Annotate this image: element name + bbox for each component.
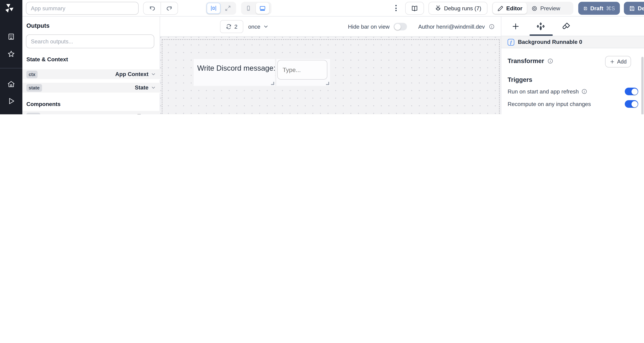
text-component[interactable]: Write Discord message: xyxy=(194,59,275,86)
debug-runs-label: Debug runs (7) xyxy=(444,5,481,12)
refresh-mode-dropdown[interactable]: once xyxy=(248,20,269,33)
expand-canvas-icon[interactable] xyxy=(222,3,234,14)
runnable-inspector-panel: f Background Runnable 0 Transformer Add … xyxy=(501,16,644,114)
recompute-row: Recompute on any input changes xyxy=(508,100,638,108)
refresh-icon xyxy=(226,24,232,30)
resize-handle[interactable] xyxy=(271,82,274,85)
tab-preview[interactable]: Preview xyxy=(527,3,564,14)
inspector-selected-title: Background Runnable 0 xyxy=(518,39,582,45)
recompute-label: Recompute on any input changes xyxy=(508,101,591,107)
editor-preview-switch: Editor Preview xyxy=(492,2,573,15)
undo-redo-group xyxy=(143,2,178,15)
windmill-app-editor: $ Debug runs (7) xyxy=(0,0,644,114)
resize-handle[interactable] xyxy=(326,82,329,85)
bug-icon xyxy=(434,5,441,12)
run-on-start-label: Run on start and app refresh xyxy=(508,88,579,95)
info-icon[interactable] xyxy=(489,24,495,30)
a-badge: a xyxy=(26,112,40,114)
state-context-title: State & Context xyxy=(26,56,68,62)
variables-dollar-icon[interactable]: $ xyxy=(7,114,15,114)
runs-play-icon[interactable] xyxy=(7,97,15,105)
author-label: Author henri@windmill.dev xyxy=(418,24,485,30)
redo-button[interactable] xyxy=(160,2,178,14)
active-tab-indicator xyxy=(530,34,553,36)
info-icon[interactable] xyxy=(582,88,587,94)
chevron-down-icon xyxy=(263,24,269,30)
chevron-down-icon[interactable] xyxy=(151,114,156,114)
inspector-tabs xyxy=(501,16,644,36)
text-component-value: Write Discord message: xyxy=(197,64,276,72)
plus-icon xyxy=(610,59,615,64)
top-toolbar: Debug runs (7) Editor Preview Draft ⌘S D… xyxy=(22,0,644,16)
app-summary-input[interactable] xyxy=(26,2,139,15)
run-on-start-toggle[interactable] xyxy=(625,88,638,95)
hide-bar-label: Hide bar on view xyxy=(348,24,390,30)
refresh-count: 2 xyxy=(234,24,238,30)
hand-pointer-icon xyxy=(33,114,38,114)
deploy-label: Deploy xyxy=(638,5,644,12)
refresh-count-button[interactable]: 2 xyxy=(220,20,243,33)
chevron-down-icon[interactable] xyxy=(151,85,156,90)
device-toggle-group xyxy=(241,2,272,15)
ctx-type-label: App Context xyxy=(115,71,148,77)
discord-message-input[interactable] xyxy=(277,60,327,80)
debug-runs-button[interactable]: Debug runs (7) xyxy=(428,2,488,15)
output-row-state[interactable]: state State xyxy=(22,83,160,94)
outputs-title: Outputs xyxy=(26,22,50,29)
left-icon-rail: $ xyxy=(0,0,22,114)
draft-shortcut: ⌘S xyxy=(606,5,615,12)
add-label: Add xyxy=(617,58,626,65)
canvas-toolbar: 2 once Hide bar on view Author henri@win… xyxy=(160,16,501,37)
home-icon[interactable] xyxy=(7,80,15,88)
state-badge: state xyxy=(26,84,42,92)
save-icon xyxy=(583,5,588,12)
search-outputs-input[interactable] xyxy=(26,34,154,48)
run-on-start-row: Run on start and app refresh xyxy=(508,88,638,95)
save-icon xyxy=(629,5,635,12)
center-align-icon[interactable] xyxy=(206,3,220,14)
transformer-title: Transformer xyxy=(508,57,553,64)
scrollbar[interactable] xyxy=(641,57,644,114)
tab-editor[interactable]: Editor xyxy=(493,3,527,14)
layout-tools-group xyxy=(206,2,236,15)
more-menu-icon[interactable] xyxy=(395,5,397,11)
preview-eye-icon xyxy=(531,5,538,12)
tab-components-icon[interactable] xyxy=(536,22,545,31)
recompute-toggle[interactable] xyxy=(625,100,638,108)
text-input-component[interactable] xyxy=(276,59,330,86)
outputs-panel: Outputs State & Context ctx App Context … xyxy=(22,16,160,114)
rail-divider xyxy=(0,68,22,68)
editor-label: Editor xyxy=(506,5,522,12)
info-icon[interactable] xyxy=(547,58,553,64)
output-row-ctx[interactable]: ctx App Context xyxy=(22,69,160,80)
hide-bar-toggle[interactable] xyxy=(394,23,407,30)
refresh-mode-label: once xyxy=(248,24,260,30)
inspector-header: f Background Runnable 0 xyxy=(501,36,644,48)
mobile-view-icon[interactable] xyxy=(242,3,255,14)
workspace-icon[interactable] xyxy=(7,33,15,41)
draft-label: Draft xyxy=(590,5,603,12)
function-icon: f xyxy=(508,39,514,46)
tab-styling-brush-icon[interactable] xyxy=(562,22,571,31)
docs-book-icon[interactable] xyxy=(405,2,424,15)
app-canvas-region: 2 once Hide bar on view Author henri@win… xyxy=(160,16,501,114)
desktop-view-icon[interactable] xyxy=(256,3,269,14)
components-title: Components xyxy=(26,101,60,107)
pen-icon xyxy=(497,5,504,12)
windmill-logo-icon[interactable] xyxy=(4,3,14,14)
state-type-label: State xyxy=(135,84,148,91)
tab-add-plus-icon[interactable] xyxy=(511,22,520,31)
draft-button[interactable]: Draft ⌘S xyxy=(578,2,620,15)
output-row-a[interactable]: a Text xyxy=(22,111,160,114)
deploy-button[interactable]: Deploy xyxy=(624,2,644,15)
ctx-badge: ctx xyxy=(26,70,38,78)
a-type-label: Text xyxy=(138,113,148,114)
add-transformer-button[interactable]: Add xyxy=(605,56,631,68)
undo-button[interactable] xyxy=(144,2,160,14)
favorites-star-icon[interactable] xyxy=(7,50,15,58)
preview-label: Preview xyxy=(540,5,560,12)
chevron-down-icon[interactable] xyxy=(151,72,156,77)
triggers-title: Triggers xyxy=(508,76,532,83)
